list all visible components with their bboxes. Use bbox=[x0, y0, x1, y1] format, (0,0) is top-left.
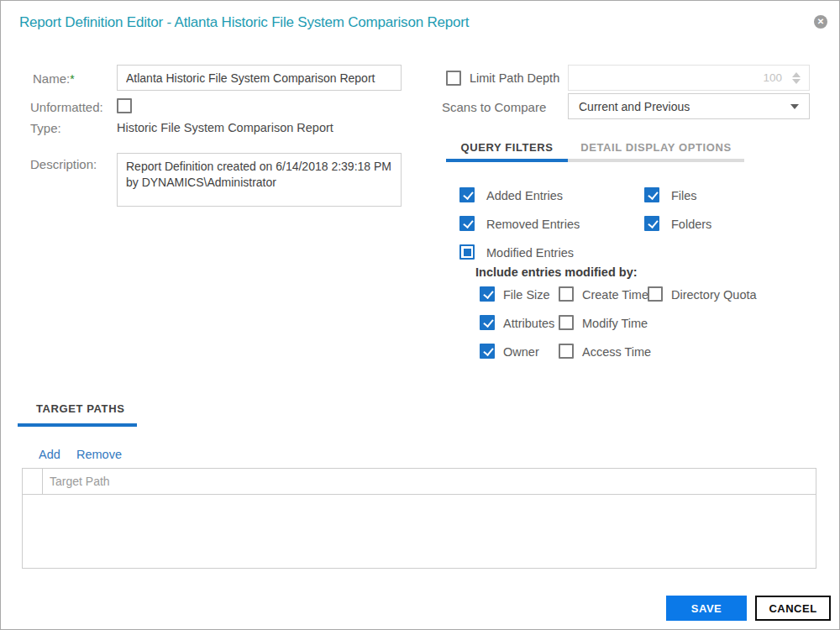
directory-quota-checkbox[interactable] bbox=[648, 286, 663, 302]
modified-by-heading: Include entries modified by: bbox=[475, 265, 638, 279]
type-value: Historic File System Comparison Report bbox=[117, 121, 333, 134]
limit-path-depth-checkbox[interactable] bbox=[446, 71, 461, 86]
active-tab-indicator bbox=[446, 159, 568, 162]
modified-entries-checkbox[interactable] bbox=[459, 244, 475, 260]
target-paths-table-body[interactable] bbox=[23, 495, 816, 569]
row-select-column-header bbox=[23, 469, 43, 494]
access-time-checkbox[interactable] bbox=[559, 344, 574, 359]
scans-to-compare-select[interactable]: Current and Previous bbox=[568, 93, 810, 119]
target-paths-table: Target Path bbox=[22, 468, 816, 569]
modify-time-checkbox[interactable] bbox=[559, 315, 574, 330]
scans-to-compare-value: Current and Previous bbox=[579, 100, 790, 113]
name-input[interactable] bbox=[117, 65, 402, 91]
name-label: Name:* bbox=[33, 71, 75, 86]
target-paths-table-header: Target Path bbox=[23, 469, 816, 495]
description-textarea[interactable]: Report Definition created on 6/14/2018 2… bbox=[117, 153, 402, 207]
tab-query-filters[interactable]: QUERY FILTERS bbox=[446, 141, 568, 154]
attributes-label: Attributes bbox=[503, 317, 554, 330]
spinner-up-down-icon[interactable] bbox=[792, 72, 801, 84]
save-button[interactable]: SAVE bbox=[666, 596, 747, 621]
close-icon[interactable]: ✕ bbox=[814, 15, 827, 29]
files-label: Files bbox=[671, 189, 697, 202]
added-entries-checkbox[interactable] bbox=[459, 187, 475, 202]
chevron-down-icon bbox=[790, 104, 799, 109]
files-checkbox[interactable] bbox=[644, 187, 659, 202]
cancel-button[interactable]: CANCEL bbox=[755, 596, 831, 621]
create-time-label: Create Time bbox=[582, 288, 648, 302]
modified-entries-label: Modified Entries bbox=[486, 246, 574, 260]
unformatted-label: Unformatted: bbox=[30, 100, 103, 114]
tab-target-paths[interactable]: TARGET PATHS bbox=[36, 402, 124, 415]
access-time-label: Access Time bbox=[582, 345, 651, 359]
directory-quota-label: Directory Quota bbox=[671, 288, 757, 302]
target-path-column-header: Target Path bbox=[43, 475, 816, 488]
scans-to-compare-label: Scans to Compare bbox=[442, 100, 546, 114]
remove-target-path-link[interactable]: Remove bbox=[76, 448, 122, 461]
page-title: Report Definition Editor - Atlanta Histo… bbox=[19, 14, 469, 31]
create-time-checkbox[interactable] bbox=[559, 286, 574, 302]
type-label: Type: bbox=[30, 121, 61, 135]
owner-checkbox[interactable] bbox=[480, 344, 495, 359]
required-asterisk: * bbox=[70, 72, 74, 86]
added-entries-label: Added Entries bbox=[486, 189, 563, 202]
description-label: Description: bbox=[30, 157, 97, 171]
file-size-label: File Size bbox=[503, 288, 550, 302]
removed-entries-label: Removed Entries bbox=[486, 218, 580, 231]
removed-entries-checkbox[interactable] bbox=[459, 216, 475, 231]
path-depth-stepper[interactable]: 100 bbox=[568, 65, 810, 91]
report-definition-editor-dialog: { "dialog": { "title": "Report Definitio… bbox=[0, 0, 840, 630]
unformatted-checkbox[interactable] bbox=[117, 98, 132, 113]
modify-time-label: Modify Time bbox=[582, 317, 648, 330]
path-depth-value: 100 bbox=[763, 71, 782, 84]
folders-checkbox[interactable] bbox=[644, 216, 659, 231]
file-size-checkbox[interactable] bbox=[480, 286, 495, 302]
target-paths-tab-indicator bbox=[18, 423, 137, 427]
add-target-path-link[interactable]: Add bbox=[39, 448, 60, 461]
owner-label: Owner bbox=[503, 345, 539, 359]
tab-detail-display-options[interactable]: DETAIL DISPLAY OPTIONS bbox=[568, 141, 744, 154]
attributes-checkbox[interactable] bbox=[480, 315, 495, 330]
limit-path-depth-label: Limit Path Depth bbox=[470, 71, 559, 85]
inactive-tab-track bbox=[568, 159, 744, 162]
folders-label: Folders bbox=[671, 218, 711, 231]
